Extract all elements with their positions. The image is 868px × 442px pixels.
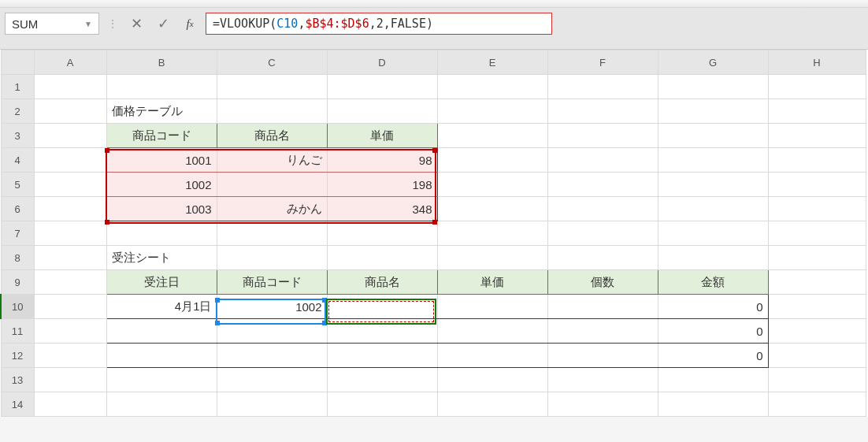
row-header[interactable]: 6 <box>1 197 34 221</box>
order-sheet-title[interactable]: 受注シート <box>106 246 217 270</box>
enter-button[interactable]: ✓ <box>152 13 174 35</box>
hdr-unit[interactable]: 単価 <box>327 124 437 148</box>
cell[interactable] <box>768 295 866 319</box>
cell[interactable] <box>547 99 658 124</box>
row-header[interactable]: 2 <box>1 99 34 124</box>
cell[interactable] <box>34 75 106 99</box>
cell[interactable] <box>217 221 327 246</box>
cell[interactable] <box>437 368 547 392</box>
cell[interactable] <box>768 344 866 368</box>
row-header[interactable]: 3 <box>1 124 34 148</box>
cell[interactable] <box>217 344 327 368</box>
cell[interactable] <box>34 270 106 295</box>
cell[interactable] <box>106 392 217 417</box>
cell[interactable] <box>34 319 106 344</box>
cell[interactable] <box>437 148 547 173</box>
cell[interactable] <box>34 295 106 319</box>
cell[interactable] <box>658 197 768 221</box>
cell[interactable] <box>217 99 327 124</box>
row-header[interactable]: 7 <box>1 221 34 246</box>
cell[interactable] <box>658 99 768 124</box>
row-header[interactable]: 11 <box>1 319 34 344</box>
cell[interactable] <box>106 75 217 99</box>
name-box-dropdown-icon[interactable]: ▼ <box>84 20 92 28</box>
row-header[interactable]: 12 <box>1 344 34 368</box>
row-header[interactable]: 13 <box>1 368 34 392</box>
cell[interactable] <box>768 197 866 221</box>
cell[interactable] <box>547 124 658 148</box>
cell[interactable] <box>217 246 327 270</box>
hdr-amt[interactable]: 金額 <box>658 270 768 295</box>
cell[interactable] <box>547 368 658 392</box>
cell[interactable] <box>768 270 866 295</box>
cell[interactable] <box>217 75 327 99</box>
cell[interactable] <box>437 124 547 148</box>
cell[interactable] <box>437 392 547 417</box>
cell[interactable] <box>34 124 106 148</box>
cell[interactable] <box>768 319 866 344</box>
cell[interactable] <box>327 221 437 246</box>
cell[interactable] <box>547 173 658 197</box>
price-table-title[interactable]: 価格テーブル <box>106 99 217 124</box>
cell[interactable] <box>547 295 658 319</box>
select-all-corner[interactable] <box>1 50 34 75</box>
cell[interactable] <box>547 319 658 344</box>
col-header-G[interactable]: G <box>658 50 768 75</box>
cell[interactable] <box>34 197 106 221</box>
hdr-qty[interactable]: 個数 <box>547 270 658 295</box>
cell[interactable] <box>437 319 547 344</box>
cell[interactable] <box>547 392 658 417</box>
cancel-button[interactable]: ✕ <box>125 13 147 35</box>
cell[interactable]: りんご <box>217 148 327 173</box>
cell[interactable] <box>34 392 106 417</box>
cell[interactable]: 4月1日 <box>106 295 217 319</box>
cell[interactable]: 348 <box>327 197 437 221</box>
cell[interactable] <box>658 221 768 246</box>
cell[interactable] <box>106 319 217 344</box>
row-header[interactable]: 10 <box>1 295 34 319</box>
cell[interactable] <box>547 221 658 246</box>
cell[interactable] <box>327 392 437 417</box>
cell[interactable] <box>437 173 547 197</box>
cell[interactable] <box>658 246 768 270</box>
cell[interactable]: 98 <box>327 148 437 173</box>
cell[interactable] <box>768 368 866 392</box>
cell[interactable] <box>768 124 866 148</box>
hdr-code2[interactable]: 商品コード <box>217 270 327 295</box>
cell[interactable] <box>768 148 866 173</box>
cell[interactable] <box>437 197 547 221</box>
row-header[interactable]: 5 <box>1 173 34 197</box>
spreadsheet-grid[interactable]: A B C D E F G H 1 2価格テーブル 3商品コード商品名単価 41… <box>0 50 868 417</box>
cell[interactable]: 0 <box>658 344 768 368</box>
cell[interactable] <box>547 148 658 173</box>
row-header[interactable]: 14 <box>1 392 34 417</box>
cell[interactable] <box>768 99 866 124</box>
cell[interactable] <box>327 246 437 270</box>
cell[interactable] <box>658 368 768 392</box>
cell[interactable] <box>106 368 217 392</box>
cell[interactable] <box>217 319 327 344</box>
cell[interactable] <box>106 221 217 246</box>
col-header-F[interactable]: F <box>547 50 658 75</box>
col-header-C[interactable]: C <box>217 50 327 75</box>
cell-active[interactable] <box>327 295 437 319</box>
hdr-code[interactable]: 商品コード <box>106 124 217 148</box>
col-header-A[interactable]: A <box>34 50 106 75</box>
col-header-E[interactable]: E <box>437 50 547 75</box>
cell[interactable] <box>34 173 106 197</box>
cell[interactable] <box>327 99 437 124</box>
cell[interactable] <box>217 392 327 417</box>
cell[interactable] <box>34 368 106 392</box>
hdr-name[interactable]: 商品名 <box>217 124 327 148</box>
cell[interactable] <box>547 344 658 368</box>
formula-input[interactable]: =VLOOKUP(C10,$B$4:$D$6,2,FALSE) <box>206 13 552 35</box>
cell[interactable]: 0 <box>658 295 768 319</box>
cell[interactable] <box>327 344 437 368</box>
cell[interactable] <box>437 99 547 124</box>
cell[interactable] <box>34 246 106 270</box>
hdr-unit2[interactable]: 単価 <box>437 270 547 295</box>
cell[interactable] <box>327 368 437 392</box>
cell[interactable] <box>34 344 106 368</box>
cell[interactable] <box>437 221 547 246</box>
cell[interactable] <box>34 221 106 246</box>
